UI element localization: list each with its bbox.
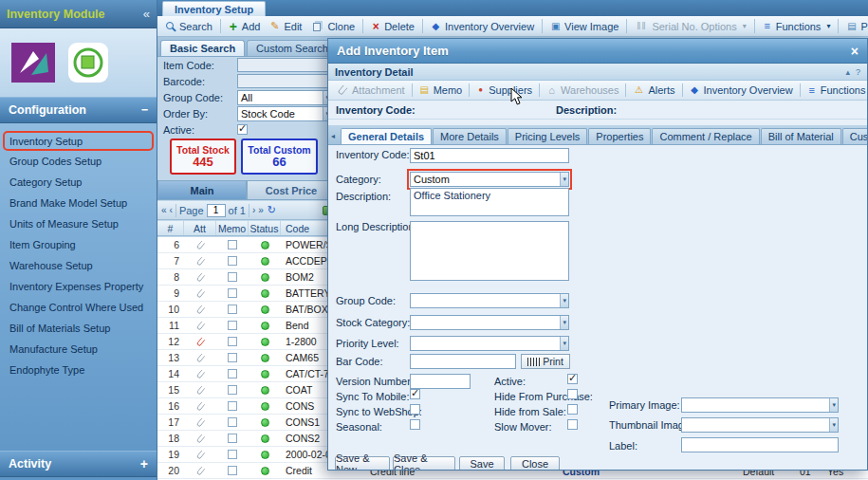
seasonal-checkbox[interactable] — [410, 419, 420, 430]
caret-down-icon[interactable] — [560, 316, 568, 329]
activity-section-header[interactable]: Activity — [0, 451, 157, 477]
attachment-icon[interactable] — [195, 288, 205, 298]
thumbnail-image-select[interactable] — [681, 417, 839, 433]
attachment-icon[interactable] — [195, 337, 205, 346]
memo-checkbox[interactable] — [228, 337, 237, 346]
attachment-icon[interactable] — [195, 353, 205, 362]
sidebar-item-change-control-where-used[interactable]: Change Control Where Used — [0, 297, 157, 318]
first-page-icon[interactable] — [161, 205, 167, 215]
group-code-select[interactable]: All — [237, 90, 332, 105]
prev-page-icon[interactable] — [170, 205, 173, 215]
stock-category-select[interactable] — [410, 315, 569, 330]
memo-checkbox[interactable] — [228, 240, 237, 249]
search-button[interactable]: Search — [161, 19, 217, 34]
barcode-input[interactable] — [237, 74, 332, 88]
memo-checkbox[interactable] — [228, 321, 237, 330]
close-button[interactable]: Close — [510, 456, 560, 471]
tab-pricing-levels[interactable]: Pricing Levels — [508, 128, 587, 144]
tab-properties[interactable]: Properties — [588, 128, 651, 144]
attachment-icon[interactable] — [195, 417, 205, 427]
collapse-panel-icon[interactable] — [845, 67, 850, 77]
sidebar-item-units-of-measure-setup[interactable]: Units of Measure Setup — [0, 213, 157, 234]
save-and-new-button[interactable]: Save & New — [335, 456, 390, 471]
attachment-icon[interactable] — [195, 272, 205, 282]
group-code-select[interactable] — [410, 293, 569, 308]
slow-mover-checkbox[interactable] — [567, 419, 578, 430]
attachment-icon[interactable] — [195, 240, 205, 249]
functions-button[interactable]: Functions — [803, 83, 868, 98]
edit-button[interactable]: Edit — [265, 19, 306, 34]
save-and-close-button[interactable]: Save & Close — [393, 456, 455, 471]
order-by-select[interactable]: Stock Code — [237, 106, 332, 121]
label-input[interactable] — [681, 437, 839, 452]
configuration-section-header[interactable]: Configuration — [0, 97, 157, 123]
sidebar-item-manufacture-setup[interactable]: Manufacture Setup — [0, 339, 157, 360]
tab-custom-search[interactable]: Custom Search — [247, 40, 338, 56]
memo-checkbox[interactable] — [228, 369, 237, 378]
memo-button[interactable]: Memo — [416, 83, 467, 98]
caret-down-icon[interactable] — [560, 173, 568, 186]
sidebar-item-item-grouping[interactable]: Item Grouping — [0, 234, 157, 255]
functions-button[interactable]: Functions — [758, 19, 836, 34]
hide-from-sale-checkbox[interactable] — [567, 404, 578, 415]
attachment-icon[interactable] — [195, 369, 205, 378]
sidebar-item-group-codes-setup[interactable]: Group Codes Setup — [0, 151, 157, 172]
sidebar-item-endophyte-type[interactable]: Endophyte Type — [0, 360, 157, 380]
sidebar-item-inventory-setup[interactable]: Inventory Setup — [3, 131, 154, 151]
active-checkbox[interactable] — [567, 374, 578, 384]
tab-more-details[interactable]: More Details — [433, 128, 507, 144]
tab-basic-search[interactable]: Basic Search — [160, 40, 245, 56]
inventory-code-input[interactable] — [410, 148, 569, 163]
print-button[interactable]: Print — [841, 19, 868, 34]
memo-checkbox[interactable] — [228, 305, 237, 314]
column-number[interactable]: # — [157, 221, 184, 235]
attachment-icon[interactable] — [195, 305, 205, 314]
memo-checkbox[interactable] — [228, 353, 237, 362]
tab-main[interactable]: Main — [157, 180, 247, 200]
print-barcode-button[interactable]: Print — [521, 354, 570, 369]
tab-cost-price[interactable]: Cost Price — [247, 180, 336, 200]
warehouses-button[interactable]: Warehouses — [543, 83, 622, 98]
clone-button[interactable]: Clone — [306, 19, 360, 34]
collapse-minus-icon[interactable] — [141, 103, 148, 117]
memo-checkbox[interactable] — [228, 434, 237, 443]
alerts-button[interactable]: Alerts — [629, 83, 678, 98]
tab-custom[interactable]: Custom — [842, 128, 867, 144]
total-stock-box[interactable]: Total Stock 445 — [170, 138, 236, 175]
view-image-button[interactable]: View Image — [545, 19, 623, 34]
priority-level-select[interactable] — [410, 336, 569, 351]
last-page-icon[interactable] — [258, 205, 264, 215]
sidebar-item-warehouse-setup[interactable]: Warehouse Setup — [0, 255, 157, 276]
caret-down-icon[interactable] — [829, 398, 838, 412]
memo-checkbox[interactable] — [228, 417, 237, 427]
attachment-icon[interactable] — [195, 321, 205, 330]
active-checkbox[interactable] — [237, 124, 248, 135]
page-number-input[interactable] — [207, 204, 226, 217]
attachment-button[interactable]: Attachment — [333, 83, 409, 98]
primary-image-select[interactable] — [681, 397, 839, 413]
suppliers-button[interactable]: Suppliers — [472, 83, 536, 98]
tab-general-details[interactable]: General Details — [341, 128, 432, 144]
memo-checkbox[interactable] — [228, 466, 237, 475]
memo-checkbox[interactable] — [228, 272, 237, 282]
memo-checkbox[interactable] — [228, 288, 237, 298]
refresh-icon[interactable] — [267, 205, 277, 215]
sidebar-item-inventory-expenses-property[interactable]: Inventory Expenses Property — [0, 276, 157, 297]
save-button[interactable]: Save — [459, 456, 505, 471]
column-attachment[interactable]: Att — [184, 221, 216, 235]
add-button[interactable]: Add — [224, 18, 266, 35]
attachment-icon[interactable] — [195, 256, 205, 266]
column-status[interactable]: Status — [249, 221, 281, 235]
memo-checkbox[interactable] — [228, 256, 237, 266]
delete-button[interactable]: Delete — [366, 19, 419, 34]
dialog-close-icon[interactable] — [851, 44, 859, 59]
memo-checkbox[interactable] — [228, 385, 237, 395]
sync-to-mobile-checkbox[interactable] — [410, 389, 420, 399]
inventory-overview-button[interactable]: Inventory Overview — [426, 19, 539, 34]
next-page-icon[interactable] — [252, 205, 255, 215]
hide-from-purchase-checkbox[interactable] — [567, 389, 578, 399]
attachment-icon[interactable] — [195, 401, 205, 411]
description-textarea[interactable]: Office Stationery — [410, 188, 569, 216]
sync-to-webshop-checkbox[interactable] — [410, 404, 420, 415]
memo-checkbox[interactable] — [228, 401, 237, 411]
